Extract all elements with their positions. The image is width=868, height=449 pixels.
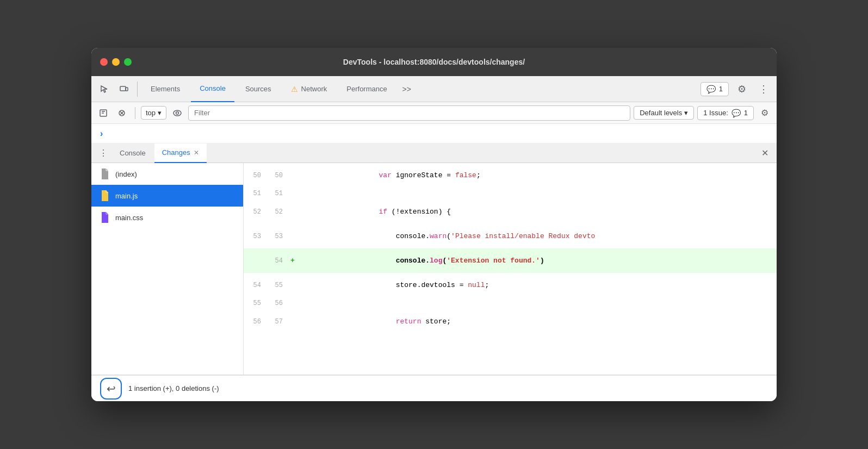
close-icon: ✕ (761, 148, 768, 158)
table-row: 54 + console.log('Extension not found.') (244, 248, 777, 273)
console-toolbar-divider (135, 107, 135, 119)
svg-rect-1 (126, 88, 128, 91)
console-input-row[interactable]: › (91, 124, 777, 144)
table-row: 56 57 return store; (244, 309, 777, 334)
gear-icon: ⚙ (761, 108, 768, 118)
titlebar: DevTools - localhost:8080/docs/devtools/… (91, 48, 777, 76)
table-row: 55 56 (244, 297, 777, 309)
tab-console[interactable]: Console (191, 76, 234, 102)
tab-changes-panel[interactable]: Changes ✕ (154, 144, 207, 163)
close-panel-button[interactable]: ✕ (757, 146, 772, 161)
file-item-main-js[interactable]: main.js (91, 185, 243, 207)
filter-input[interactable] (188, 105, 630, 121)
table-row: 50 50 var ignoreState = false; (244, 163, 777, 188)
inspect-element-button[interactable] (96, 80, 113, 98)
table-row: 53 53 console.warn('Please install/enabl… (244, 224, 777, 248)
caret-icon: › (100, 129, 103, 139)
tab-console-panel[interactable]: Console (112, 144, 153, 163)
revert-button[interactable]: ↩ (100, 378, 122, 400)
svg-point-5 (176, 111, 179, 114)
file-list: (index) main.js main.css (91, 163, 244, 375)
close-changes-tab[interactable]: ✕ (194, 149, 199, 157)
tab-network[interactable]: ⚠ Network (282, 76, 336, 102)
device-toggle-button[interactable] (115, 80, 133, 98)
minimize-button[interactable] (112, 58, 120, 66)
issues-badge-button[interactable]: 💬 1 (700, 82, 729, 96)
settings-button[interactable]: ⚙ (733, 80, 751, 98)
more-options-button[interactable]: ⋮ (755, 80, 772, 98)
close-button[interactable] (100, 58, 108, 66)
tab-sources[interactable]: Sources (237, 76, 280, 102)
devtools-window: DevTools - localhost:8080/docs/devtools/… (91, 48, 777, 401)
window-title: DevTools - localhost:8080/docs/devtools/… (343, 58, 525, 66)
table-row: 52 52 if (!extension) { (244, 199, 777, 224)
file-item-main-css[interactable]: main.css (91, 207, 243, 228)
main-content-area: (index) main.js main.css (91, 163, 777, 375)
devtools-toolbar: Elements Console Sources ⚠ Network Perfo… (91, 76, 777, 102)
file-item-index[interactable]: (index) (91, 163, 243, 185)
chevron-down-icon: ▾ (684, 109, 688, 117)
code-diff-area: 50 50 var ignoreState = false; 51 51 (244, 163, 777, 375)
issues-button[interactable]: 1 Issue: 💬 1 (697, 106, 754, 120)
run-script-button[interactable] (96, 105, 111, 121)
tab-elements[interactable]: Elements (142, 76, 189, 102)
chat-icon: 💬 (731, 109, 741, 117)
revert-icon: ↩ (107, 382, 116, 395)
new-line-num: 50 (265, 163, 287, 188)
file-icon-js (100, 190, 110, 201)
old-line-num: 50 (244, 163, 265, 188)
svg-point-4 (173, 110, 181, 116)
diff-summary: 1 insertion (+), 0 deletions (-) (128, 384, 219, 392)
table-row: 51 51 (244, 188, 777, 199)
file-icon-generic (100, 169, 110, 179)
toolbar-right: 💬 1 ⚙ ⋮ (700, 80, 772, 98)
svg-rect-0 (120, 86, 126, 91)
panel-menu-button[interactable]: ⋮ (96, 146, 111, 161)
toolbar-divider (137, 82, 138, 97)
traffic-lights (100, 58, 132, 66)
clear-console-button[interactable] (114, 105, 129, 121)
console-toolbar: top ▾ Default levels ▾ 1 Issue: 💬 1 ⚙ (91, 102, 777, 124)
chevron-down-icon: ▾ (158, 109, 162, 117)
gear-icon: ⚙ (737, 83, 746, 95)
default-levels-button[interactable]: Default levels ▾ (634, 106, 694, 120)
file-icon-css (100, 212, 110, 223)
bottom-bar: ↩ 1 insertion (+), 0 deletions (-) (91, 375, 777, 401)
more-tabs-button[interactable]: >> (398, 80, 416, 98)
panel-tabs: ⋮ Console Changes ✕ ✕ (91, 144, 777, 163)
table-row: 54 55 store.devtools = null; (244, 273, 777, 297)
console-settings-button[interactable]: ⚙ (757, 105, 772, 121)
eye-button[interactable] (170, 105, 185, 121)
code-table: 50 50 var ignoreState = false; 51 51 (244, 163, 777, 334)
maximize-button[interactable] (124, 58, 132, 66)
tab-performance[interactable]: Performance (338, 76, 395, 102)
chat-icon: 💬 (706, 85, 716, 93)
more-vertical-icon: ⋮ (759, 83, 768, 95)
context-selector[interactable]: top ▾ (141, 106, 166, 120)
